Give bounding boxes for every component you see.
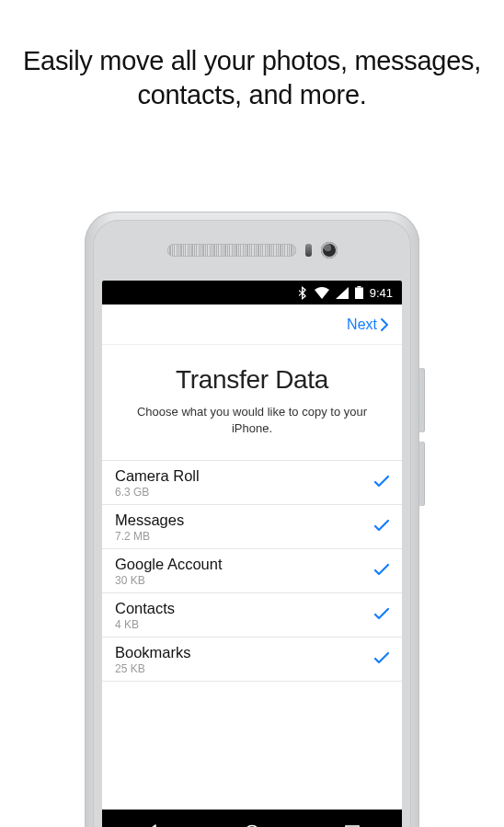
phone-screen: 9:41 Next Transfer Data Choose what you … — [102, 281, 402, 827]
checkmark-icon — [374, 607, 389, 624]
page-title: Transfer Data — [102, 365, 402, 395]
checkmark-icon — [374, 519, 389, 535]
app-topbar: Next — [102, 304, 402, 345]
checkmark-icon — [374, 651, 389, 668]
status-time: 9:41 — [370, 286, 393, 300]
item-size: 4 KB — [115, 618, 175, 631]
list-item[interactable]: Camera Roll 6.3 GB — [102, 461, 402, 505]
item-size: 30 KB — [115, 574, 223, 587]
wifi-icon — [315, 287, 329, 299]
list-item[interactable]: Messages 7.2 MB — [102, 505, 402, 549]
svg-rect-1 — [357, 286, 361, 288]
transfer-list: Camera Roll 6.3 GB Messages 7.2 MB — [102, 460, 402, 682]
front-camera-icon — [321, 242, 338, 258]
item-size: 7.2 MB — [115, 530, 184, 543]
svg-rect-0 — [355, 288, 363, 300]
phone-frame: 9:41 Next Transfer Data Choose what you … — [85, 212, 419, 827]
list-item[interactable]: Contacts 4 KB — [102, 593, 402, 637]
speaker-grille — [167, 244, 296, 257]
home-button[interactable] — [224, 823, 280, 827]
page-subtitle: Choose what you would like to copy to yo… — [102, 395, 402, 460]
screen-content: Transfer Data Choose what you would like… — [102, 345, 402, 827]
list-item[interactable]: Google Account 30 KB — [102, 549, 402, 593]
battery-icon — [355, 286, 363, 299]
volume-button — [419, 442, 425, 506]
back-button[interactable] — [124, 823, 179, 827]
next-button[interactable]: Next — [347, 316, 389, 333]
item-label: Bookmarks — [115, 644, 191, 661]
item-size: 6.3 GB — [115, 486, 200, 499]
checkmark-icon — [374, 563, 389, 580]
marketing-headline: Easily move all your photos, messages, c… — [0, 0, 504, 112]
list-item[interactable]: Bookmarks 25 KB — [102, 637, 402, 682]
volume-button — [419, 368, 425, 432]
next-label: Next — [347, 316, 377, 333]
chevron-right-icon — [381, 318, 389, 331]
item-label: Camera Roll — [115, 467, 200, 485]
status-bar: 9:41 — [102, 281, 402, 304]
nav-bar — [102, 810, 402, 827]
cell-signal-icon — [336, 287, 349, 299]
bluetooth-icon — [299, 286, 308, 300]
item-label: Messages — [115, 511, 184, 529]
item-label: Google Account — [115, 556, 223, 573]
item-label: Contacts — [115, 600, 175, 617]
item-size: 25 KB — [115, 662, 191, 675]
sensor-icon — [305, 244, 312, 257]
checkmark-icon — [374, 475, 389, 491]
